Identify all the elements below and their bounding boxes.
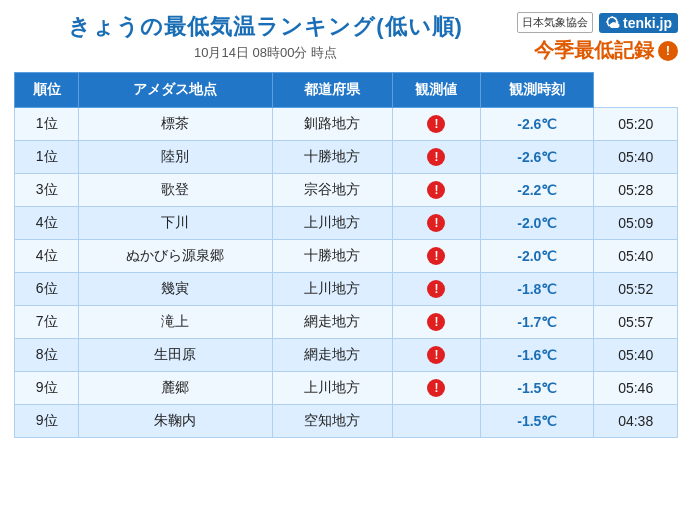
cell-station: ぬかびら源泉郷 — [79, 240, 272, 273]
cell-temp: -2.0℃ — [481, 240, 594, 273]
cell-station: 下川 — [79, 207, 272, 240]
cell-temp: -1.5℃ — [481, 405, 594, 438]
logo-top: 日本気象協会 🌤 tenki.jp — [517, 12, 678, 33]
table-row: 9位麓郷上川地方!-1.5℃05:46 — [15, 372, 678, 405]
cell-rank: 3位 — [15, 174, 79, 207]
cell-prefecture: 釧路地方 — [272, 108, 392, 141]
cell-temp: -1.7℃ — [481, 306, 594, 339]
cell-temp: -1.5℃ — [481, 372, 594, 405]
cell-station: 標茶 — [79, 108, 272, 141]
cell-prefecture: 宗谷地方 — [272, 174, 392, 207]
col-station: アメダス地点 — [79, 73, 272, 108]
cell-temp: -2.6℃ — [481, 141, 594, 174]
table-row: 8位生田原網走地方!-1.6℃05:40 — [15, 339, 678, 372]
cell-prefecture: 上川地方 — [272, 273, 392, 306]
cell-time: 05:46 — [594, 372, 678, 405]
alert-icon: ! — [427, 313, 445, 331]
season-record: 今季最低記録 ! — [534, 37, 678, 64]
ranking-table: 順位 アメダス地点 都道府県 観測値 観測時刻 1位標茶釧路地方!-2.6℃05… — [14, 72, 678, 438]
col-time: 観測時刻 — [481, 73, 594, 108]
alert-icon: ! — [427, 346, 445, 364]
cell-alert: ! — [392, 339, 481, 372]
alert-icon: ! — [427, 214, 445, 232]
logo-block: 日本気象協会 🌤 tenki.jp 今季最低記録 ! — [517, 12, 678, 64]
cell-time: 05:20 — [594, 108, 678, 141]
cell-alert: ! — [392, 306, 481, 339]
cell-station: 陸別 — [79, 141, 272, 174]
cell-rank: 8位 — [15, 339, 79, 372]
cell-prefecture: 空知地方 — [272, 405, 392, 438]
cell-rank: 1位 — [15, 141, 79, 174]
cell-time: 05:40 — [594, 339, 678, 372]
cell-rank: 9位 — [15, 372, 79, 405]
cell-station: 幾寅 — [79, 273, 272, 306]
jma-logo: 日本気象協会 — [517, 12, 593, 33]
subtitle: 10月14日 08時00分 時点 — [14, 44, 517, 62]
table-row: 7位滝上網走地方!-1.7℃05:57 — [15, 306, 678, 339]
season-record-label: 今季最低記録 — [534, 37, 654, 64]
cell-alert: ! — [392, 141, 481, 174]
cell-rank: 4位 — [15, 240, 79, 273]
cell-station: 歌登 — [79, 174, 272, 207]
cell-time: 05:28 — [594, 174, 678, 207]
table-header-row: 順位 アメダス地点 都道府県 観測値 観測時刻 — [15, 73, 678, 108]
cell-temp: -1.8℃ — [481, 273, 594, 306]
alert-icon: ! — [427, 115, 445, 133]
table-row: 1位陸別十勝地方!-2.6℃05:40 — [15, 141, 678, 174]
alert-icon: ! — [427, 379, 445, 397]
col-rank: 順位 — [15, 73, 79, 108]
cell-station: 生田原 — [79, 339, 272, 372]
cell-alert: ! — [392, 372, 481, 405]
cell-prefecture: 網走地方 — [272, 306, 392, 339]
table-row: 4位ぬかびら源泉郷十勝地方!-2.0℃05:40 — [15, 240, 678, 273]
cell-prefecture: 十勝地方 — [272, 141, 392, 174]
cell-time: 05:52 — [594, 273, 678, 306]
cell-rank: 1位 — [15, 108, 79, 141]
cell-station: 朱鞠内 — [79, 405, 272, 438]
cell-station: 麓郷 — [79, 372, 272, 405]
season-record-icon: ! — [658, 41, 678, 61]
alert-icon: ! — [427, 148, 445, 166]
cell-rank: 9位 — [15, 405, 79, 438]
cell-prefecture: 十勝地方 — [272, 240, 392, 273]
cell-temp: -2.0℃ — [481, 207, 594, 240]
cell-prefecture: 網走地方 — [272, 339, 392, 372]
cell-rank: 7位 — [15, 306, 79, 339]
cell-station: 滝上 — [79, 306, 272, 339]
cell-alert: ! — [392, 240, 481, 273]
table-row: 4位下川上川地方!-2.0℃05:09 — [15, 207, 678, 240]
cell-time: 05:09 — [594, 207, 678, 240]
table-row: 1位標茶釧路地方!-2.6℃05:20 — [15, 108, 678, 141]
cell-temp: -2.2℃ — [481, 174, 594, 207]
cell-prefecture: 上川地方 — [272, 207, 392, 240]
cell-alert: ! — [392, 174, 481, 207]
main-title: きょうの最低気温ランキング(低い順) — [14, 12, 517, 42]
cell-time: 04:38 — [594, 405, 678, 438]
table-row: 3位歌登宗谷地方!-2.2℃05:28 — [15, 174, 678, 207]
cell-rank: 6位 — [15, 273, 79, 306]
cell-time: 05:40 — [594, 240, 678, 273]
cell-alert: ! — [392, 207, 481, 240]
title-block: きょうの最低気温ランキング(低い順) 10月14日 08時00分 時点 — [14, 12, 517, 62]
table-header: 順位 アメダス地点 都道府県 観測値 観測時刻 — [15, 73, 678, 108]
col-prefecture: 都道府県 — [272, 73, 392, 108]
col-temp: 観測値 — [392, 73, 481, 108]
alert-icon: ! — [427, 280, 445, 298]
cell-time: 05:40 — [594, 141, 678, 174]
header: きょうの最低気温ランキング(低い順) 10月14日 08時00分 時点 日本気象… — [14, 12, 678, 64]
alert-icon: ! — [427, 247, 445, 265]
tenki-logo: 🌤 tenki.jp — [599, 13, 678, 33]
main-container: きょうの最低気温ランキング(低い順) 10月14日 08時00分 時点 日本気象… — [0, 0, 692, 519]
cell-alert: ! — [392, 108, 481, 141]
cell-alert — [392, 405, 481, 438]
tenki-icon: 🌤 — [605, 15, 623, 31]
table-row: 6位幾寅上川地方!-1.8℃05:52 — [15, 273, 678, 306]
cell-alert: ! — [392, 273, 481, 306]
cell-rank: 4位 — [15, 207, 79, 240]
table-body: 1位標茶釧路地方!-2.6℃05:201位陸別十勝地方!-2.6℃05:403位… — [15, 108, 678, 438]
cell-temp: -2.6℃ — [481, 108, 594, 141]
cell-prefecture: 上川地方 — [272, 372, 392, 405]
cell-time: 05:57 — [594, 306, 678, 339]
table-row: 9位朱鞠内空知地方-1.5℃04:38 — [15, 405, 678, 438]
cell-temp: -1.6℃ — [481, 339, 594, 372]
